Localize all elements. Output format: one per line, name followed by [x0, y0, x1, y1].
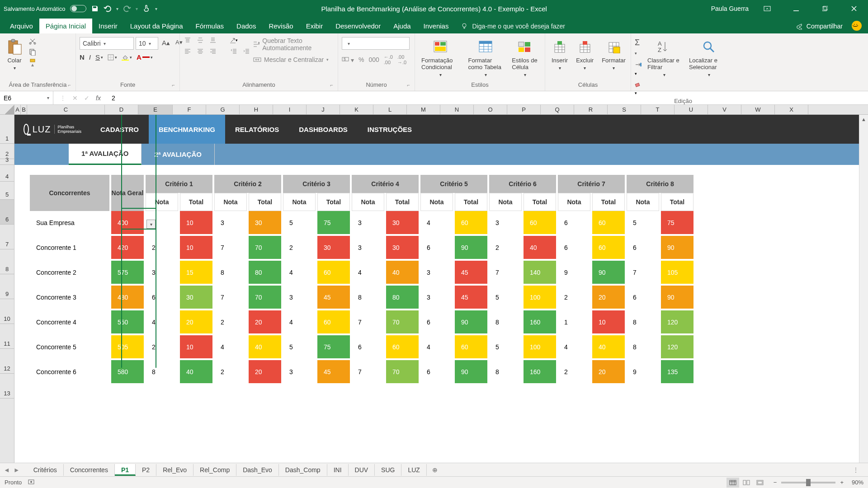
zoom-slider[interactable]	[781, 482, 835, 483]
nota-cell[interactable]: 7	[214, 236, 247, 261]
bold-button[interactable]: N	[80, 53, 85, 61]
nota-cell[interactable]: 7	[352, 360, 384, 385]
column-header[interactable]: P	[507, 105, 541, 114]
font-size-select[interactable]: 10▾	[136, 37, 158, 50]
row-header[interactable]: 12	[0, 349, 14, 374]
column-header[interactable]: D	[105, 105, 138, 114]
zoom-out-button[interactable]: −	[774, 479, 777, 486]
column-header[interactable]: C	[27, 105, 105, 114]
sheet-nav-next-icon[interactable]: ►	[14, 466, 20, 474]
merge-center-button[interactable]: Mesclar e Centralizar ▾	[253, 56, 334, 63]
macro-record-icon[interactable]	[28, 479, 35, 486]
increase-font-icon[interactable]: A▴	[160, 37, 172, 50]
align-left-icon[interactable]	[184, 48, 192, 54]
nota-cell[interactable]: 4	[420, 335, 453, 360]
align-right-icon[interactable]	[209, 48, 217, 54]
name-box[interactable]: E6▾	[0, 91, 53, 104]
row-header[interactable]: 8	[0, 249, 14, 274]
row-header[interactable]: 5	[0, 182, 14, 200]
nota-cell[interactable]: 6	[420, 236, 453, 261]
page-break-view-icon[interactable]	[754, 478, 766, 488]
qa-custom-dropdown-icon[interactable]: ▾	[155, 6, 157, 11]
cell-dropdown-icon[interactable]: ▾	[146, 220, 156, 229]
grip-icon[interactable]: ⋮	[60, 94, 66, 102]
ribbon-options-icon[interactable]	[757, 0, 778, 17]
normal-view-icon[interactable]	[726, 478, 739, 488]
nota-cell[interactable]: 6	[627, 286, 659, 310]
nota-cell[interactable]: 4	[283, 310, 316, 335]
nota-cell[interactable]: 4	[352, 261, 384, 286]
column-header[interactable]: J	[307, 105, 340, 114]
border-button[interactable]: ▾	[108, 54, 117, 61]
column-header[interactable]: W	[741, 105, 775, 114]
column-header[interactable]: F	[173, 105, 206, 114]
find-select-button[interactable]: Localizar e Selecionar▾	[686, 37, 731, 79]
nota-cell[interactable]: 2	[146, 236, 178, 261]
fill-icon[interactable]: ▾	[635, 61, 642, 76]
italic-button[interactable]: I	[89, 53, 91, 61]
dialog-launcher-icon[interactable]: ⌐	[407, 82, 410, 88]
format-painter-icon[interactable]	[28, 59, 37, 67]
wrap-text-button[interactable]: Quebrar Texto Automaticamente	[253, 37, 334, 52]
page-layout-view-icon[interactable]	[740, 478, 753, 488]
nota-cell[interactable]: 9	[627, 360, 659, 385]
tab-desenvolvedor[interactable]: Desenvolvedor	[329, 19, 387, 33]
cut-icon[interactable]	[28, 37, 37, 45]
nota-cell[interactable]: 6	[627, 236, 659, 261]
nota-cell[interactable]: 6	[558, 211, 590, 236]
tell-me-search[interactable]: Diga-me o que você deseja fazer	[455, 19, 789, 33]
column-header[interactable]: Q	[541, 105, 574, 114]
row-header[interactable]: 6	[0, 200, 14, 225]
redo-icon[interactable]	[123, 5, 131, 13]
clear-icon[interactable]: ▾	[635, 81, 642, 96]
row-header[interactable]: 7	[0, 225, 14, 249]
tab-inserir[interactable]: Inserir	[92, 19, 124, 33]
nav-cadastro[interactable]: CADASTRO	[90, 115, 149, 144]
column-header[interactable]: L	[373, 105, 407, 114]
scroll-up-icon[interactable]: ▲	[859, 115, 868, 124]
dialog-launcher-icon[interactable]: ⌐	[68, 82, 71, 88]
column-header[interactable]: X	[775, 105, 808, 114]
row-header[interactable]: 11	[0, 324, 14, 349]
column-header[interactable]: E	[138, 105, 173, 114]
nota-cell[interactable]: 6	[146, 286, 178, 310]
undo-icon[interactable]	[104, 5, 112, 13]
cell-styles-button[interactable]: Estilos de Célula▾	[509, 37, 541, 79]
tab-dados[interactable]: Dados	[230, 19, 262, 33]
select-all-triangle[interactable]	[0, 105, 14, 114]
sort-filter-button[interactable]: AZClassificar e Filtrar▾	[645, 37, 684, 79]
number-format-select[interactable]: ▾	[342, 37, 410, 50]
nota-cell[interactable]: 7	[214, 286, 247, 310]
cells-area[interactable]: LUZ PlanilhasEmpresariais CADASTRO BENCH…	[14, 115, 868, 463]
tab-options-icon[interactable]: ⋮	[853, 466, 868, 474]
nav-dashboards[interactable]: DASHBOARDS	[289, 115, 358, 144]
dialog-launcher-icon[interactable]: ⌐	[172, 82, 175, 88]
fx-icon[interactable]: fx	[96, 94, 101, 102]
save-icon[interactable]	[91, 5, 99, 13]
insert-cells-button[interactable]: Inserir▾	[549, 37, 571, 72]
nota-cell[interactable]: 8	[489, 360, 522, 385]
decrease-decimal-icon[interactable]: .00→.0	[397, 54, 406, 65]
row-header[interactable]: 9	[0, 274, 14, 299]
undo-dropdown-icon[interactable]: ▾	[116, 6, 118, 11]
nota-cell[interactable]: 4	[146, 310, 178, 335]
align-center-icon[interactable]	[196, 48, 204, 54]
nota-cell[interactable]: 8	[489, 310, 522, 335]
tab-layout[interactable]: Layout da Página	[124, 19, 189, 33]
zoom-level[interactable]: 90%	[852, 479, 863, 486]
tab-revisao[interactable]: Revisão	[262, 19, 299, 33]
dialog-launcher-icon[interactable]: ⌐	[330, 82, 333, 88]
user-name[interactable]: Paula Guerra	[711, 5, 749, 12]
align-bottom-icon[interactable]	[209, 37, 217, 43]
column-header[interactable]: B	[21, 105, 27, 114]
nota-cell[interactable]: 7	[489, 261, 522, 286]
sheet-tab[interactable]: Dash_Comp	[279, 464, 327, 476]
nota-cell[interactable]: 8	[214, 261, 247, 286]
nota-cell[interactable]: 2	[558, 360, 590, 385]
sheet-tab[interactable]: Rel_Evo	[156, 464, 193, 476]
tab-ajuda[interactable]: Ajuda	[387, 19, 417, 33]
tab-exibir[interactable]: Exibir	[300, 19, 330, 33]
nota-cell[interactable]: 5	[283, 335, 316, 360]
underline-button[interactable]: S ▾	[95, 53, 103, 61]
column-header[interactable]: O	[474, 105, 507, 114]
